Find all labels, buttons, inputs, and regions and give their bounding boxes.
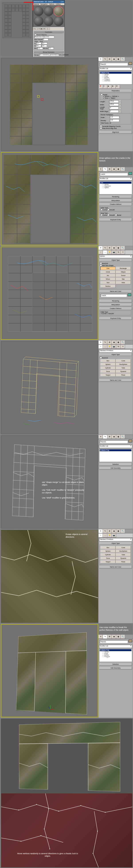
- mat-btn-go-parent[interactable]: ↑: [45, 28, 47, 30]
- lseg-spinner[interactable]: 4: [109, 106, 119, 109]
- align-header[interactable]: Alignment: [99, 131, 132, 133]
- caption-noise: Use noise modifier to break the perfect …: [98, 625, 132, 632]
- viewport-top[interactable]: [2, 2, 31, 38]
- width-spinner[interactable]: 275.0: [109, 103, 119, 106]
- mat-slot-6[interactable]: [54, 17, 63, 26]
- radial-radio[interactable]: [101, 93, 102, 95]
- mat-editor-menu[interactable]: Material Navigation Options Utilities: [33, 3, 64, 5]
- u-tiling[interactable]: 1.0: [42, 42, 47, 44]
- hierarchy-tab[interactable]: ⊞: [107, 57, 112, 61]
- mat-btn-opts[interactable]: ⚙: [43, 28, 45, 30]
- object-name[interactable]: Line04: [100, 173, 128, 176]
- viewport-rotated[interactable]: Rotate objects in several directions.: [1, 530, 98, 623]
- texture-label: Texture: [37, 34, 41, 35]
- display-tab[interactable]: ▦: [116, 57, 121, 61]
- mod-editable-poly[interactable]: Editable Poly: [100, 72, 131, 74]
- density-spinner[interactable]: 1.0: [110, 119, 119, 122]
- shapes-dropdown[interactable]: Splines: [99, 255, 132, 258]
- show-result[interactable]: Ⅱ: [103, 85, 107, 89]
- v-offset[interactable]: 0.0: [36, 45, 41, 47]
- blur-off[interactable]: 0.0: [48, 47, 54, 50]
- viewport-persp[interactable]: [1, 341, 98, 434]
- rotated-cracks: [1, 530, 98, 623]
- real-world-label: Real-World Map Size: [102, 128, 117, 129]
- svg-line-7: [60, 383, 76, 385]
- geom-cat[interactable]: ○: [98, 250, 103, 254]
- mat-btn-assign[interactable]: ↓: [36, 28, 38, 30]
- menu-options[interactable]: Options: [49, 3, 54, 5]
- material-editor-window[interactable]: Material Editor - 03 - Default ▢✕ Materi…: [33, 0, 65, 57]
- cat-dropdown[interactable]: Standard Primitives: [99, 349, 132, 352]
- pin-stack[interactable]: 📌: [99, 85, 103, 89]
- viewport-top-halves[interactable]: [1, 719, 133, 793]
- real-world-check[interactable]: [100, 127, 102, 129]
- bitmap-label: Bitmap:: [34, 54, 39, 56]
- mat-slot-2[interactable]: [44, 6, 53, 16]
- mat-slot-3-active[interactable]: [54, 6, 63, 16]
- svg-rect-44: [105, 812, 105, 812]
- viewport[interactable]: [1, 624, 98, 717]
- modifier-list-dropdown[interactable]: Modifier List: [99, 67, 132, 70]
- modifier-list[interactable]: Modifier List: [99, 177, 132, 180]
- menu-utilities[interactable]: Utilities: [56, 3, 61, 5]
- viewport[interactable]: [1, 247, 98, 340]
- bitmap-path[interactable]: D:\...\runestone_gameonwall_texture_bott…: [39, 54, 59, 56]
- shapes-cat[interactable]: ◡: [103, 250, 107, 254]
- viewport[interactable]: use "shape merge" to cut create edges in…: [1, 435, 98, 528]
- viewport[interactable]: [1, 58, 98, 151]
- mapping-dropdown[interactable]: Planar from Object XYZ: [34, 36, 54, 38]
- line-btn[interactable]: Line: [100, 267, 116, 270]
- red-arrow: [24, 2, 33, 3]
- gen-map-check[interactable]: [100, 125, 102, 127]
- texture-radio[interactable]: [34, 34, 36, 36]
- svg-line-9: [59, 390, 75, 392]
- svg-rect-38: [19, 744, 48, 789]
- viewport-floor[interactable]: Move vertices randomly to several direct…: [1, 793, 133, 868]
- menu-material[interactable]: Material: [34, 3, 39, 5]
- coords-rollout-header[interactable]: Coordinates: [34, 31, 63, 33]
- wseg-spinner[interactable]: 4: [109, 110, 119, 113]
- motion-tab[interactable]: ◉: [112, 57, 116, 61]
- utilities-tab[interactable]: 🔧: [121, 57, 125, 61]
- params-header[interactable]: Parameters: [99, 89, 132, 92]
- material-slots[interactable]: [33, 5, 64, 27]
- selection-marker: [37, 95, 39, 97]
- svg-rect-49: [93, 853, 93, 854]
- svg-line-4: [23, 366, 77, 371]
- object-name[interactable]: Plane01: [100, 63, 128, 66]
- v-tiling[interactable]: 1.0: [42, 45, 47, 47]
- length-spinner[interactable]: 275.0: [109, 100, 119, 103]
- create-tab[interactable]: ✦: [98, 57, 103, 61]
- gen-map-label: Generate Mapping Coords.: [102, 126, 121, 127]
- svg-rect-42: [58, 811, 59, 811]
- blur[interactable]: 1.0: [38, 47, 43, 50]
- mat-btn-show[interactable]: ▦: [40, 28, 43, 30]
- config[interactable]: ☰: [116, 85, 120, 89]
- scale-spinner[interactable]: 1.0: [110, 116, 119, 119]
- make-unique[interactable]: ◆: [107, 85, 112, 89]
- modify-tab[interactable]: ✎: [103, 57, 107, 61]
- svg-rect-43: [81, 805, 81, 806]
- move-gizmo[interactable]: [46, 705, 54, 714]
- object-color[interactable]: [129, 62, 132, 65]
- bitmap-rollout-header[interactable]: Bitmap Parameters: [34, 51, 63, 53]
- mat-slot-1[interactable]: [34, 6, 43, 16]
- mat-btn-reset[interactable]: ✕: [38, 28, 40, 30]
- modifier-stack[interactable]: Editable Poly — Vertex — Edge — Border —…: [99, 71, 132, 84]
- mat-editor-titlebar[interactable]: Material Editor - 03 - Default ▢✕: [33, 0, 64, 3]
- mat-slot-4[interactable]: [34, 17, 43, 26]
- remove-mod[interactable]: 🗑: [112, 85, 116, 89]
- creation-method-h[interactable]: Creation Method: [99, 203, 132, 206]
- svg-line-3: [65, 363, 67, 416]
- mat-slot-5[interactable]: [44, 17, 53, 26]
- viewport[interactable]: [1, 152, 98, 245]
- svg-rect-45: [48, 809, 49, 809]
- mat-btn-go-sibling[interactable]: →: [48, 28, 50, 30]
- window-buttons[interactable]: ▢✕: [61, 1, 63, 3]
- u-offset[interactable]: 0.0: [36, 42, 41, 44]
- menu-nav[interactable]: Navigation: [40, 3, 48, 5]
- mat-btn-pick[interactable]: ✎: [33, 28, 35, 30]
- svg-rect-34: [18, 632, 87, 653]
- map-channel[interactable]: 1: [43, 38, 48, 40]
- map-channel-label: Map Channel:: [34, 39, 43, 40]
